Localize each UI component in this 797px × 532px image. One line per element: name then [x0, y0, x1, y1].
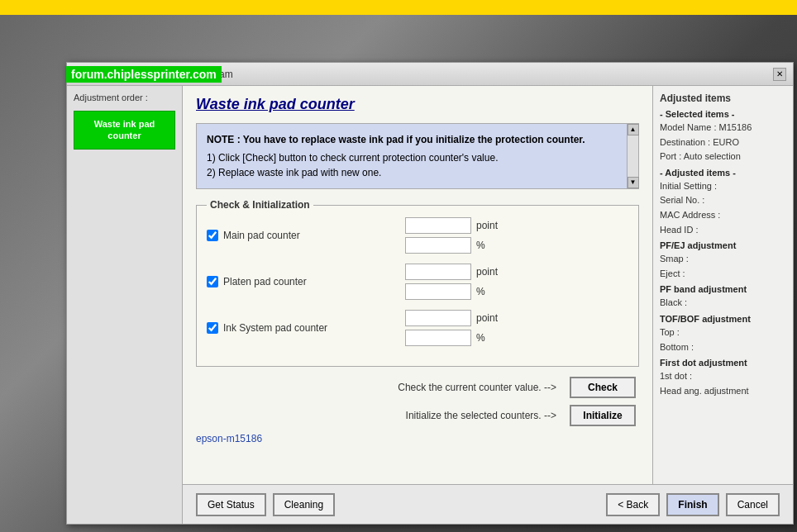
main-pad-checkbox-wrapper: Main pad counter: [207, 230, 389, 241]
note-box: NOTE : You have to replace waste ink pad…: [196, 123, 639, 189]
main-pad-label: Main pad counter: [223, 230, 300, 241]
bottom-toolbar: Get Status Cleaning < Back Finish Cancel: [183, 484, 793, 524]
main-pad-percent-unit: %: [476, 240, 485, 251]
cleaning-button[interactable]: Cleaning: [273, 493, 335, 516]
sidebar-waste-ink-button[interactable]: Waste ink padcounter: [74, 111, 175, 150]
platen-pad-checkbox[interactable]: [207, 276, 218, 287]
platen-pad-point-unit: point: [476, 266, 498, 278]
close-button[interactable]: ✕: [773, 68, 786, 81]
main-pad-row: Main pad counter point %: [207, 217, 628, 254]
check-action-row: Check the current counter value. --> Che…: [196, 377, 639, 398]
ink-system-pad-point-unit: point: [476, 312, 498, 324]
bottom: Bottom :: [660, 340, 786, 355]
scroll-down-button[interactable]: ▼: [628, 177, 639, 188]
back-button[interactable]: < Back: [606, 493, 660, 516]
main-pad-percent-input[interactable]: [405, 237, 471, 254]
platen-pad-point-row: point: [405, 264, 498, 280]
tof-bof-header: TOF/BOF adjustment: [660, 314, 786, 324]
ink-system-pad-label: Ink System pad counter: [223, 322, 327, 334]
main-pad-percent-row: %: [405, 237, 498, 254]
watermark-text: epson-m15186: [196, 433, 639, 444]
ink-system-pad-point-row: point: [405, 310, 498, 326]
initialize-action-row: Initialize the selected counters. --> In…: [196, 405, 639, 426]
head-id: Head ID :: [660, 223, 786, 238]
top: Top :: [660, 325, 786, 340]
platen-pad-point-input[interactable]: [405, 264, 471, 280]
ink-system-pad-row: Ink System pad counter point: [207, 310, 628, 346]
initialize-action-label: Initialize the selected counters. -->: [196, 410, 563, 421]
sidebar-label: Adjustment order :: [74, 93, 175, 102]
ink-system-pad-point-input[interactable]: [405, 310, 471, 326]
first-dot-header: First dot adjustment: [660, 358, 786, 368]
initial-setting: Initial Setting :: [660, 179, 786, 194]
cancel-button[interactable]: Cancel: [726, 493, 780, 516]
main-window: Epson M15186 Adjustment Program ✕ Adjust…: [66, 62, 794, 525]
platen-pad-checkbox-wrapper: Platen pad counter: [207, 276, 389, 287]
left-sidebar: Adjustment order : Waste ink padcounter: [67, 86, 183, 524]
platen-pad-percent-unit: %: [476, 286, 485, 297]
smap: Smap :: [660, 252, 786, 267]
initialize-button[interactable]: Initialize: [570, 405, 636, 426]
eject: Eject :: [660, 267, 786, 282]
check-section-title: Check & Initialization: [207, 199, 313, 211]
ink-system-pad-inputs: point %: [405, 310, 498, 346]
note-scrollbar: ▲ ▼: [627, 124, 638, 188]
platen-pad-row: Platen pad counter point %: [207, 264, 628, 300]
serial-no: Serial No. :: [660, 193, 786, 208]
yellow-stripe: [0, 0, 797, 15]
ink-system-pad-percent-unit: %: [476, 332, 485, 344]
destination: Destination : EURO: [660, 135, 786, 150]
get-status-button[interactable]: Get Status: [196, 493, 266, 516]
check-button[interactable]: Check: [570, 377, 636, 398]
main-pad-point-row: point: [405, 217, 498, 234]
pf-ej-header: PF/EJ adjustment: [660, 240, 786, 250]
scroll-up-button[interactable]: ▲: [628, 124, 639, 135]
platen-pad-percent-row: %: [405, 283, 498, 300]
black: Black :: [660, 296, 786, 311]
ink-system-pad-checkbox[interactable]: [207, 322, 218, 334]
ink-system-pad-percent-row: %: [405, 330, 498, 346]
ink-system-pad-checkbox-wrapper: Ink System pad counter: [207, 322, 389, 334]
selected-items-header: - Selected items -: [660, 109, 786, 119]
ink-system-pad-group: Ink System pad counter point: [207, 310, 628, 346]
note-line3: 2) Replace waste ink pad with new one.: [207, 165, 615, 180]
port: Port : Auto selection: [660, 150, 786, 164]
main-pad-point-input[interactable]: [405, 217, 471, 234]
page-title: Waste ink pad counter: [196, 96, 639, 113]
note-line2: 1) Click [Check] button to check current…: [207, 150, 615, 165]
main-pad-inputs: point %: [405, 217, 498, 254]
main-pad-group: Main pad counter point %: [207, 217, 628, 254]
platen-pad-label: Platen pad counter: [223, 276, 307, 287]
head-ang: Head ang. adjustment: [660, 384, 786, 399]
pf-band-header: PF band adjustment: [660, 284, 786, 294]
mac-address: MAC Address :: [660, 208, 786, 223]
platen-pad-percent-input[interactable]: [405, 283, 471, 300]
right-panel-title: Adjusted items: [660, 93, 786, 104]
check-initialization-section: Check & Initialization Main pad counter: [196, 199, 639, 367]
ink-system-pad-percent-input[interactable]: [405, 330, 471, 346]
content-area: Adjustment order : Waste ink padcounter …: [67, 86, 793, 524]
main-content: Waste ink pad counter NOTE : You have to…: [183, 86, 652, 484]
platen-pad-group: Platen pad counter point %: [207, 264, 628, 300]
forum-watermark: forum.chiplessprinter.com: [66, 66, 222, 83]
right-panel: Adjusted items - Selected items - Model …: [652, 86, 793, 484]
first-dot: 1st dot :: [660, 369, 786, 384]
finish-button[interactable]: Finish: [666, 493, 718, 516]
model-name: Model Name : M15186: [660, 121, 786, 135]
adjusted-items-header: - Adjusted items -: [660, 168, 786, 178]
main-pad-point-unit: point: [476, 220, 498, 231]
platen-pad-inputs: point %: [405, 264, 498, 300]
check-action-label: Check the current counter value. -->: [196, 382, 563, 393]
note-line1: NOTE : You have to replace waste ink pad…: [207, 132, 615, 147]
main-pad-checkbox[interactable]: [207, 230, 218, 241]
